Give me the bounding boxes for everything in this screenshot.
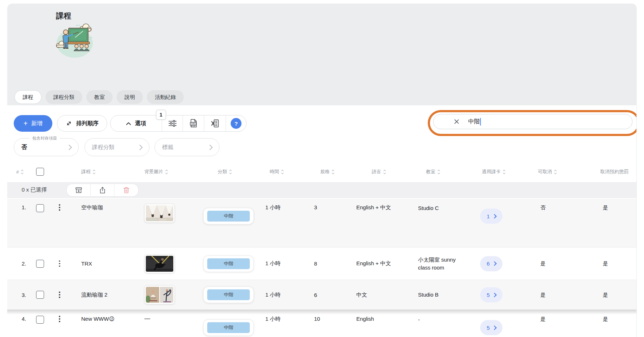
row-checkbox[interactable] (36, 260, 44, 268)
kebab-menu-icon[interactable] (59, 316, 62, 322)
column-header-capacity[interactable]: 規格 (310, 168, 350, 175)
reorder-button-label: 排列順序 (76, 120, 99, 127)
sort-icon (502, 170, 506, 174)
capacity-cell: 3 (310, 198, 350, 210)
row-checkbox[interactable] (36, 204, 44, 212)
category-badge: 中階 (207, 289, 250, 300)
passes-pill[interactable]: 5 (480, 320, 502, 335)
filter-include-archived[interactable]: 包含封存項目 否 (14, 138, 79, 156)
tab-activity-log[interactable]: 活動紀錄 (147, 90, 184, 104)
tab-instructions[interactable]: 說明 (117, 90, 143, 104)
duration-cell: 1 小時 (260, 292, 310, 298)
search-input[interactable]: 中階 (433, 114, 632, 129)
trx-photo (146, 256, 173, 272)
tab-classrooms[interactable]: 教室 (86, 90, 113, 104)
language-cell: English (350, 310, 410, 322)
options-button-label: 選項 (135, 120, 146, 127)
passes-cell: 5 (473, 287, 531, 302)
category-cell: 中階 (196, 286, 260, 303)
archive-button[interactable] (67, 184, 91, 196)
capacity-cell: 6 (310, 292, 350, 298)
filter-include-archived-label: 包含封存項目 (29, 136, 60, 141)
reorder-button[interactable]: 排列順序 (57, 115, 107, 132)
row-actions-cell (51, 261, 74, 267)
passes-pill[interactable]: 5 (480, 287, 502, 302)
language-cell: 中文 (350, 292, 410, 298)
table-row: 1. 空中瑜珈 (7, 198, 637, 247)
sort-icon (437, 170, 440, 174)
category-badge: 中階 (207, 258, 250, 269)
kebab-menu-icon[interactable] (59, 204, 62, 211)
column-header-category[interactable]: 分類 (196, 168, 260, 175)
chevron-right-icon (492, 325, 497, 330)
chevron-right-icon (492, 261, 497, 266)
clear-search-icon[interactable] (454, 119, 460, 124)
filter-course-category[interactable]: 課程分類 (84, 138, 149, 156)
filter-tags-placeholder: 標籤 (162, 144, 173, 151)
content-card: + 新增 排列順序 選項 (7, 105, 637, 337)
table-row: 2. TRX (7, 247, 637, 280)
kebab-menu-icon[interactable] (59, 292, 62, 298)
column-header-room[interactable]: 教室 (410, 168, 473, 175)
column-header-duration[interactable]: 時間 (260, 168, 310, 175)
penalty-cell: 是 (592, 292, 637, 298)
filter-tags[interactable]: 標籤 (155, 138, 219, 156)
room-cell: - (410, 310, 473, 324)
row-checkbox[interactable] (36, 316, 44, 324)
row-actions-cell (51, 198, 74, 211)
cancellable-cell: 否 (531, 198, 592, 211)
help-button[interactable]: ? (226, 115, 246, 131)
select-all-checkbox-cell (29, 168, 51, 176)
csv-file-icon: CSV (189, 119, 198, 128)
search-value: 中階 (468, 118, 480, 126)
category-badge-container: 中階 (203, 208, 254, 224)
row-index: 3. (7, 292, 29, 298)
delete-button[interactable] (114, 184, 138, 196)
passes-pill[interactable]: 6 (480, 256, 502, 271)
export-csv-button[interactable]: CSV (183, 115, 204, 131)
export-excel-button[interactable] (204, 115, 226, 131)
flow-yoga-photo (146, 287, 173, 303)
capacity-cell: 10 (310, 310, 350, 322)
tab-courses[interactable]: 課程 (14, 90, 42, 104)
export-button[interactable] (91, 184, 114, 196)
room-cell: Studio B (410, 291, 473, 299)
select-all-checkbox[interactable] (36, 168, 44, 176)
passes-cell: 1 (473, 198, 531, 224)
sort-icon (383, 170, 386, 174)
column-header-language[interactable]: 語言 (350, 168, 410, 175)
column-header-course[interactable]: 課程 (74, 168, 137, 175)
sliders-icon (168, 119, 177, 127)
plus-icon: + (23, 120, 28, 127)
row-checkbox-cell (29, 260, 51, 268)
column-header-passes[interactable]: 適用課卡 (473, 168, 531, 175)
kebab-menu-icon[interactable] (59, 261, 62, 267)
tab-course-categories[interactable]: 課程分類 (45, 90, 82, 104)
passes-cell: 6 (473, 256, 531, 271)
course-thumbnail (144, 204, 175, 223)
options-button[interactable]: 選項 (110, 115, 162, 131)
course-name: New WWW😉 (74, 310, 137, 322)
row-checkbox-cell (29, 291, 51, 299)
course-image-cell: — (137, 198, 196, 223)
column-header-penalty[interactable]: 取消預約懲罰 (592, 168, 637, 175)
column-header-image[interactable]: 背景圖片 (137, 168, 196, 175)
passes-pill[interactable]: 1 (480, 209, 502, 224)
column-header-cancellable[interactable]: 可取消 (531, 168, 592, 175)
toolbar-button-group: 選項 CSV (110, 115, 247, 132)
row-checkbox[interactable] (36, 291, 44, 299)
add-button[interactable]: + 新增 (14, 115, 52, 132)
capacity-cell: 8 (310, 261, 350, 267)
course-thumbnail (144, 254, 175, 273)
chevron-right-icon (137, 144, 143, 150)
course-thumbnail (144, 285, 175, 304)
category-cell: 中階 (196, 310, 260, 336)
bulk-actions-group (66, 184, 139, 197)
column-header-index[interactable]: # (7, 169, 29, 175)
row-index: 1. (7, 198, 29, 210)
tab-bar: 課程 課程分類 教室 說明 活動紀錄 (14, 90, 184, 104)
row-checkbox-cell (29, 310, 51, 324)
cancellable-cell: 是 (531, 260, 592, 267)
row-actions-cell (51, 292, 74, 298)
text-cursor (480, 118, 481, 126)
